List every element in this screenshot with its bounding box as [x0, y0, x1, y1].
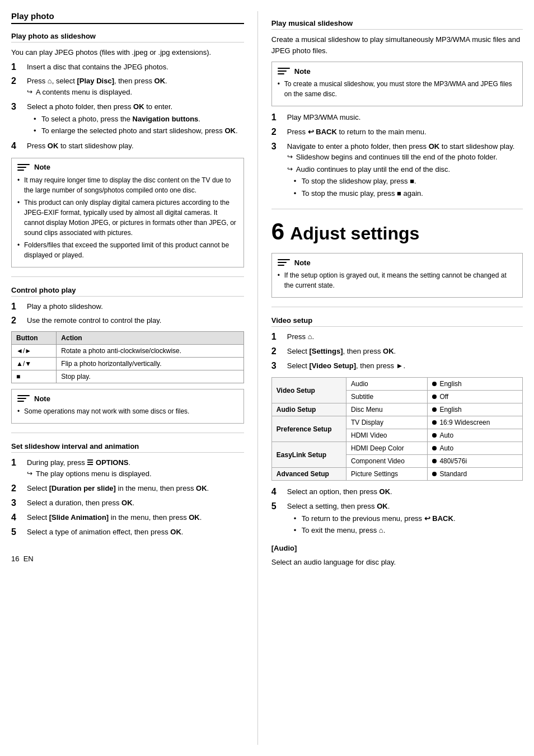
- musical-bullet-1: To stop the slideshow play, press ■.: [294, 176, 523, 187]
- group-advanced-setup: Advanced Setup: [271, 468, 346, 481]
- table-row: ■ Stop play.: [12, 370, 244, 383]
- value-audio: English: [428, 378, 523, 391]
- chapter-divider: [271, 209, 523, 209]
- action-lr: Rotate a photo anti-clockwise/clockwise.: [57, 345, 243, 358]
- setting-subtitle: Subtitle: [346, 391, 428, 403]
- note-list-1: It may require longer time to display th…: [17, 175, 238, 260]
- interval-steps: 1 During play, press ☰ OPTIONS. The play…: [11, 457, 244, 538]
- group-audio-setup: Audio Setup: [271, 403, 346, 416]
- page: Play photo Play photo as slideshow You c…: [0, 0, 534, 756]
- value-tv-display: 16:9 Widescreen: [428, 416, 523, 429]
- step2-arrow: A contents menu is displayed.: [27, 87, 244, 98]
- vs-bullet-1: To return to the previous menu, press ↩ …: [294, 513, 523, 524]
- note-box-2: Note Some operations may not work with s…: [11, 389, 244, 424]
- musical-step-3: 3 Navigate to enter a photo folder, then…: [271, 141, 523, 200]
- interval-arrow-1: The play options menu is displayed.: [27, 468, 244, 480]
- note-icon-3: [278, 67, 290, 76]
- vs-step-2: 2 Select [Settings], then press OK.: [271, 346, 523, 358]
- divider-2: [11, 433, 244, 433]
- note-icon-4: [278, 258, 290, 267]
- step-3: 3 Select a photo folder, then press OK t…: [11, 101, 244, 138]
- note-box-1: Note It may require longer time to displ…: [11, 158, 244, 267]
- note3-item-1: To create a musical slideshow, you must …: [278, 79, 517, 99]
- value-picture: Standard: [428, 468, 523, 481]
- musical-slideshow-title: Play musical slideshow: [271, 19, 523, 30]
- interval-step-2: 2 Select [Duration per slide] in the men…: [11, 483, 244, 495]
- setting-audio: Audio: [346, 378, 428, 391]
- note-list-3: To create a musical slideshow, you must …: [278, 79, 517, 99]
- slideshow-interval-title: Set slideshow interval and animation: [11, 442, 244, 453]
- play-disc-label: [Play Disc]: [77, 77, 114, 85]
- play-photo-title: Play photo: [11, 11, 244, 24]
- home-icon-label: ⌂: [48, 77, 52, 85]
- chapter-heading: 6 Adjust settings: [271, 218, 523, 245]
- group-easylink-setup: EasyLink Setup: [271, 442, 346, 468]
- audio-section-title: [Audio]: [271, 543, 523, 554]
- interval-step-5: 5 Select a type of animation effect, the…: [11, 527, 244, 538]
- action-ud: Flip a photo horizontally/vertically.: [57, 358, 243, 370]
- setting-hdmi-video: HDMI Video: [346, 429, 428, 442]
- control-table: Button Action ◄/► Rotate a photo anti-cl…: [11, 331, 244, 383]
- control-photo-play-title: Control photo play: [11, 286, 244, 297]
- audio-section-text: Select an audio language for disc play.: [271, 557, 523, 568]
- page-number: 16 EN: [11, 555, 244, 563]
- note-item-1: It may require longer time to display th…: [17, 175, 238, 195]
- setting-disc-menu: Disc Menu: [346, 403, 428, 416]
- step1-text: Insert a disc that contains the JPEG pho…: [27, 63, 168, 71]
- ok-label: OK: [154, 77, 166, 85]
- vs-bullet-2: To exit the menu, press ⌂.: [294, 525, 523, 536]
- musical-step-2: 2 Press ↩ BACK to return to the main men…: [271, 126, 523, 138]
- play-slideshow-steps: 1 Insert a disc that contains the JPEG p…: [11, 62, 244, 152]
- table-row: Audio Setup Disc Menu English: [271, 403, 522, 416]
- note-item-3: Folders/files that exceed the supported …: [17, 240, 238, 260]
- value-disc-menu: English: [428, 403, 523, 416]
- musical-step-1: 1 Play MP3/WMA music.: [271, 112, 523, 124]
- note4-item-1: If the setup option is grayed out, it me…: [278, 270, 517, 290]
- group-video-setup: Video Setup: [271, 378, 346, 403]
- table-row: Video Setup Audio English: [271, 378, 522, 391]
- note-box-4: Note If the setup option is grayed out, …: [271, 253, 523, 298]
- vs-step-1: 1 Press ⌂.: [271, 331, 523, 343]
- chapter-number: 6: [271, 218, 284, 245]
- interval-step-1: 1 During play, press ☰ OPTIONS. The play…: [11, 457, 244, 480]
- btn-lr: ◄/►: [12, 345, 57, 358]
- musical-arrow-2: Audio continues to play until the end of…: [287, 164, 523, 175]
- note-label-1: Note: [34, 163, 50, 171]
- note-box-3: Note To create a musical slideshow, you …: [271, 62, 523, 106]
- note-label-2: Note: [34, 395, 50, 403]
- video-setup-divider: [271, 307, 523, 307]
- setting-tv-display: TV Display: [346, 416, 428, 429]
- step-1: 1 Insert a disc that contains the JPEG p…: [11, 62, 244, 73]
- control-step-1: 1 Play a photo slideshow.: [11, 301, 244, 313]
- table-row: ◄/► Rotate a photo anti-clockwise/clockw…: [12, 345, 244, 358]
- video-setup-title: Video setup: [271, 316, 523, 327]
- note-icon-2: [17, 394, 30, 403]
- group-preference-setup: Preference Setup: [271, 416, 346, 442]
- video-setup-table: Video Setup Audio English Subtitle Off A…: [271, 377, 523, 481]
- step3-bullet2: To enlarge the selected photo and start …: [34, 125, 244, 137]
- action-stop: Stop play.: [57, 370, 243, 383]
- note-icon-1: [17, 163, 30, 172]
- control-step-2: 2 Use the remote control to control the …: [11, 315, 244, 327]
- value-hdmi-video: Auto: [428, 429, 523, 442]
- vs-step-4: 4 Select an option, then press OK.: [271, 486, 523, 498]
- left-column: Play photo Play photo as slideshow You c…: [11, 11, 258, 745]
- btn-stop: ■: [12, 370, 57, 383]
- note-list-4: If the setup option is grayed out, it me…: [278, 270, 517, 290]
- note-list-2: Some operations may not work with some d…: [17, 406, 238, 416]
- setting-picture: Picture Settings: [346, 468, 428, 481]
- note2-item-1: Some operations may not work with some d…: [17, 406, 238, 416]
- step3-bullet1: To select a photo, press the Navigation …: [34, 114, 244, 125]
- musical-steps: 1 Play MP3/WMA music. 2 Press ↩ BACK to …: [271, 112, 523, 200]
- table-row: ▲/▼ Flip a photo horizontally/vertically…: [12, 358, 244, 370]
- interval-step-3: 3 Select a duration, then press OK.: [11, 497, 244, 509]
- table-row: Preference Setup TV Display 16:9 Widescr…: [271, 416, 522, 429]
- control-steps: 1 Play a photo slideshow. 2 Use the remo…: [11, 301, 244, 327]
- step-2: 2 Press ⌂, select [Play Disc], then pres…: [11, 76, 244, 98]
- value-component: 480i/576i: [428, 455, 523, 468]
- right-column: Play musical slideshow Create a musical …: [258, 11, 523, 745]
- btn-ud: ▲/▼: [12, 358, 57, 370]
- play-as-slideshow-intro: You can play JPEG photos (files with .jp…: [11, 47, 244, 58]
- step-4: 4 Press OK to start slideshow play.: [11, 140, 244, 152]
- table-row: EasyLink Setup HDMI Deep Color Auto: [271, 442, 522, 455]
